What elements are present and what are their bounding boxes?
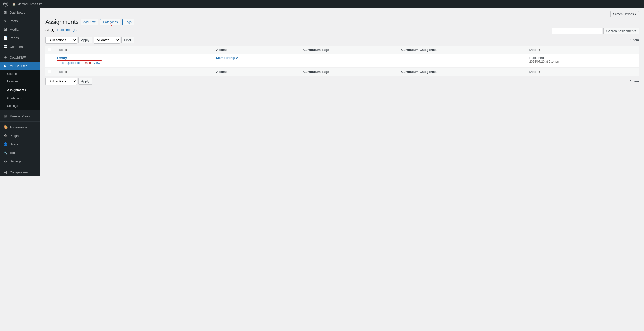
search-bar: Search Assignments (552, 28, 639, 34)
row-actions: Edit | Quick Edit | Trash | View (57, 60, 211, 65)
sidebar-item-memberpress[interactable]: ⊞ MemberPress (0, 112, 40, 120)
date-sort-footer-icon: ▼ (538, 70, 541, 73)
wp-logo-item[interactable]: W (3, 2, 8, 7)
sidebar-submenu-mp-courses: Courses Lessons Assignments ← Gradebook … (0, 70, 40, 110)
sidebar-appearance-label: Appearance (10, 125, 27, 129)
row-checkbox[interactable] (48, 56, 51, 59)
date-sort-icon: ▼ (538, 48, 541, 51)
select-all-checkbox-top[interactable] (48, 48, 51, 51)
action-sep-1: | (65, 61, 66, 65)
apply-button-top[interactable]: Apply (78, 37, 92, 43)
view-link[interactable]: View (94, 61, 100, 65)
top-toolbar-left: Bulk actions Apply All dates Filter (45, 37, 134, 44)
add-new-button[interactable]: Add New (81, 19, 98, 25)
sidebar-collapse-label: Collapse menu (10, 170, 31, 174)
date-col-footer-label: Date (529, 70, 536, 74)
sidebar-item-settings-mp[interactable]: Settings (0, 102, 40, 110)
sidebar-item-collapse[interactable]: ◀ Collapse menu (0, 168, 40, 176)
edit-link[interactable]: Edit (59, 61, 64, 65)
col-cb-footer (45, 68, 54, 76)
screen-options-button[interactable]: Screen Options (610, 11, 639, 17)
sidebar-item-media[interactable]: 🖼 Media (0, 25, 40, 34)
sidebar-item-mp-courses[interactable]: ▶ MP Courses (0, 62, 40, 70)
item-count-top: 1 item (630, 38, 639, 42)
sidebar-item-settings[interactable]: ⚙ Settings (0, 157, 40, 166)
action-sep-2: | (82, 61, 82, 65)
site-name-bar[interactable]: 🏠 MemberPress Site (12, 2, 42, 6)
quick-edit-link[interactable]: Quick Edit (67, 61, 81, 65)
title-col-footer-label: Title (57, 70, 64, 74)
sidebar-item-posts[interactable]: ✎ Posts (0, 17, 40, 25)
settings-icon: ⚙ (3, 159, 8, 163)
col-date-footer[interactable]: Date ▼ (527, 68, 639, 76)
sidebar-memberpress-label: MemberPress (10, 114, 30, 118)
tags-button[interactable]: Tags (122, 19, 134, 25)
filter-button[interactable]: Filter (121, 37, 134, 43)
wp-logo-icon: W (3, 2, 8, 7)
mp-courses-icon: ▶ (3, 64, 8, 68)
sidebar-item-appearance[interactable]: 🎨 Appearance (0, 123, 40, 131)
sidebar-item-courses[interactable]: Courses (0, 70, 40, 78)
col-date-header[interactable]: Date ▼ (527, 46, 639, 54)
sidebar-settings-mp-label: Settings (7, 104, 18, 108)
table-header-row: Title ⇅ Access Curriculum Tags Curriculu… (45, 46, 639, 54)
row-checkbox-cell (45, 54, 54, 68)
col-title-header[interactable]: Title ⇅ (54, 46, 213, 54)
collapse-icon: ◀ (3, 170, 8, 174)
users-icon: 👤 (3, 142, 8, 146)
row-curriculum-tags-cell: — (301, 54, 399, 68)
bulk-actions-select-bottom[interactable]: Bulk actions (45, 78, 77, 85)
col-access-header: Access (213, 46, 301, 54)
sidebar-item-pages[interactable]: 📄 Pages (0, 34, 40, 42)
sidebar-comments-label: Comments (10, 45, 25, 49)
top-toolbar-row: Bulk actions Apply All dates Filter 1 it… (45, 37, 639, 44)
sidebar-item-gradebook[interactable]: Gradebook (0, 95, 40, 102)
col-curriculum-tags-header: Curriculum Tags (301, 46, 399, 54)
filter-link-published[interactable]: Published (1) (57, 28, 77, 32)
curriculum-tags-col-footer-label: Curriculum Tags (303, 70, 329, 74)
row-date-value: 2024/07/20 at 2:14 pm (529, 60, 560, 63)
sidebar-item-lessons[interactable]: Lessons (0, 78, 40, 85)
top-toolbar-right: 1 item (630, 38, 639, 42)
sidebar-courses-label: Courses (7, 72, 18, 76)
sidebar-item-dashboard[interactable]: ⊞ Dashboard (0, 8, 40, 17)
search-assignments-input[interactable] (552, 28, 602, 34)
sidebar-item-assignments[interactable]: Assignments ← (0, 85, 40, 95)
table-body: Essay 1 Edit | Quick Edit | Trash | View (45, 54, 639, 76)
curriculum-tags-col-label: Curriculum Tags (303, 48, 329, 52)
sidebar-item-coachkit[interactable]: ◈ CoachKit™ (0, 53, 40, 62)
sidebar-users-label: Users (10, 142, 18, 146)
admin-bar-home-icon: 🏠 (12, 2, 16, 6)
all-dates-select[interactable]: All dates (94, 37, 120, 44)
media-icon: 🖼 (3, 27, 8, 32)
col-title-footer[interactable]: Title ⇅ (54, 68, 213, 76)
col-curriculum-categories-header: Curriculum Categories (399, 46, 527, 54)
table-footer-header-row: Title ⇅ Access Curriculum Tags Curriculu… (45, 68, 639, 76)
sidebar-divider-2 (0, 111, 40, 111)
sidebar-divider-1 (0, 52, 40, 52)
plugins-icon: 🔌 (3, 133, 8, 138)
apply-button-bottom[interactable]: Apply (78, 78, 92, 85)
row-title-link[interactable]: Essay 1 (57, 56, 70, 60)
memberpress-icon: ⊞ (3, 114, 8, 118)
tools-icon: 🔧 (3, 150, 8, 155)
access-col-footer-label: Access (216, 70, 228, 74)
sidebar-assignments-arrow: ← (29, 87, 34, 93)
row-access-cell: Membership A (213, 54, 301, 68)
sidebar-posts-label: Posts (10, 19, 18, 23)
sidebar-item-users[interactable]: 👤 Users (0, 140, 40, 148)
select-all-checkbox-bottom[interactable] (48, 70, 51, 73)
trash-link[interactable]: Trash (83, 61, 91, 65)
bulk-actions-select-top[interactable]: Bulk actions (45, 37, 77, 44)
action-sep-3: | (92, 61, 93, 65)
filter-link-all[interactable]: All (1) (45, 28, 54, 32)
access-col-label: Access (216, 48, 228, 52)
admin-bar: W 🏠 MemberPress Site (0, 0, 644, 8)
sidebar-item-plugins[interactable]: 🔌 Plugins (0, 131, 40, 140)
bottom-toolbar-right: 1 item (630, 79, 639, 83)
title-col-label: Title (57, 48, 64, 52)
sidebar-item-tools[interactable]: 🔧 Tools (0, 148, 40, 157)
page-title: Assignments (45, 19, 79, 25)
sidebar-item-comments[interactable]: 💬 Comments (0, 42, 40, 51)
search-assignments-button[interactable]: Search Assignments (603, 28, 639, 34)
